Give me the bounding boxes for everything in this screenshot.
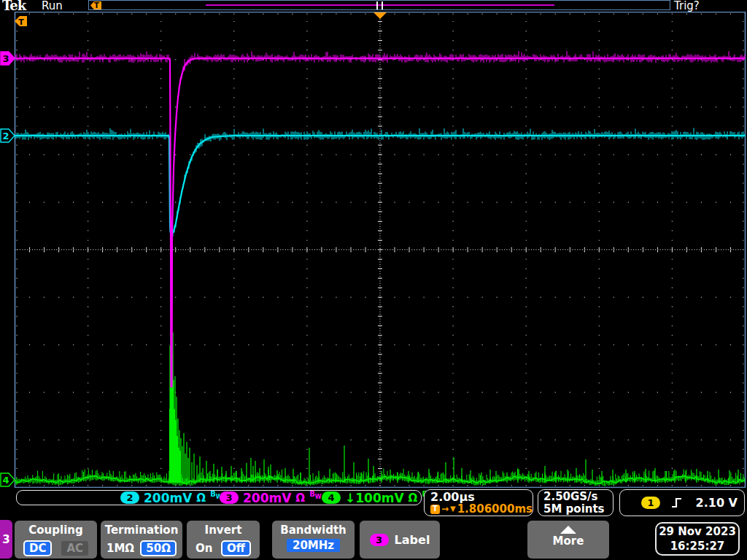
time: 16:25:27 bbox=[657, 539, 738, 553]
trigger-delay-readout: T → ▼ 1.806000ms bbox=[430, 503, 533, 515]
trigger-status: Trig? bbox=[674, 0, 700, 12]
trigger-delay-marker-icon: T bbox=[430, 505, 440, 514]
bandwidth-title: Bandwidth bbox=[272, 524, 355, 537]
coupling-dc-option[interactable]: DC bbox=[23, 540, 52, 556]
termination-1mohm-option[interactable]: 1MΩ bbox=[107, 542, 134, 555]
channel-readouts-box: 2 200mV Ω BW 3 200mV Ω BW 4 ↓100mV Ω BW bbox=[16, 490, 422, 505]
acquisition-status: Run bbox=[42, 0, 63, 12]
ch2-trace-noise bbox=[15, 128, 745, 237]
trigger-source-badge: 1 bbox=[641, 497, 660, 509]
label-channel-badge: 3 bbox=[370, 534, 389, 546]
channel-4-marker-label: 4 bbox=[2, 475, 9, 486]
trigger-level: 2.10 V bbox=[696, 496, 738, 510]
termination-50ohm-option[interactable]: 50Ω bbox=[140, 540, 177, 556]
label-softkey[interactable]: 3 Label bbox=[360, 521, 440, 559]
bandwidth-value[interactable]: 20MHz bbox=[287, 539, 340, 552]
record-length: 5M points bbox=[543, 503, 613, 516]
delay-arrow-icon: → bbox=[441, 503, 449, 515]
date: 29 Nov 2023 bbox=[657, 524, 738, 539]
channel-4-impedance-icon: Ω bbox=[409, 491, 418, 505]
expansion-point-icon bbox=[374, 12, 387, 19]
ch4-trace-spikes bbox=[169, 300, 738, 483]
channel-2-marker-label: 2 bbox=[2, 131, 9, 141]
bandwidth-softkey[interactable]: Bandwidth 20MHz bbox=[272, 521, 355, 559]
termination-softkey[interactable]: Termination 1MΩ 50Ω bbox=[101, 521, 182, 559]
waveform-display: T324 bbox=[0, 12, 747, 488]
coupling-title: Coupling bbox=[15, 524, 97, 537]
coupling-softkey[interactable]: Coupling DC AC bbox=[15, 521, 97, 559]
invert-off-option[interactable]: Off bbox=[221, 540, 251, 556]
record-trigger-position-icon: T bbox=[90, 1, 101, 9]
invert-title: Invert bbox=[187, 524, 260, 537]
more-up-arrow-icon bbox=[560, 526, 576, 534]
softkey-menu-bar: 3 Coupling DC AC Termination 1MΩ 50Ω Inv… bbox=[0, 519, 747, 560]
top-status-bar: Tek Run T Trig? bbox=[0, 0, 747, 12]
invert-softkey[interactable]: Invert On Off bbox=[187, 521, 260, 559]
rising-edge-icon bbox=[671, 497, 682, 509]
wave-inspector-record-view: T bbox=[88, 0, 670, 10]
invert-on-option[interactable]: On bbox=[196, 542, 212, 555]
channel-3-scale: 200mV bbox=[243, 491, 291, 505]
label-title: Label bbox=[395, 533, 430, 547]
channel-2-readout: 2 200mV Ω BW bbox=[120, 491, 222, 505]
timebase-readout-box: 2.00µs T → ▼ 1.806000ms bbox=[424, 489, 533, 516]
channel-3-bandwidth-limit-icon: BW bbox=[309, 491, 321, 500]
channel-3-readout: 3 200mV Ω BW bbox=[220, 491, 322, 505]
datetime-box: 29 Nov 2023 16:25:27 bbox=[655, 522, 740, 556]
sample-rate: 2.50GS/s bbox=[543, 491, 613, 503]
readout-bar: 2 200mV Ω BW 3 200mV Ω BW 4 ↓100mV Ω BW … bbox=[0, 488, 747, 519]
channel-2-impedance-icon: Ω bbox=[196, 491, 206, 505]
channel-3-impedance-icon: Ω bbox=[295, 491, 305, 505]
channel-4-scale: ↓100mV bbox=[345, 491, 404, 505]
channel-4-badge: 4 bbox=[322, 491, 341, 504]
more-title: More bbox=[527, 534, 609, 548]
record-view-window-bracket-icon bbox=[376, 1, 383, 9]
channel-4-readout: 4 ↓100mV Ω BW bbox=[322, 491, 434, 505]
channel-3-marker-label: 3 bbox=[2, 53, 9, 64]
more-softkey[interactable]: More bbox=[527, 521, 609, 559]
channel-2-badge: 2 bbox=[120, 491, 139, 504]
channel-3-badge: 3 bbox=[220, 491, 239, 504]
graticule-center-axes bbox=[15, 12, 746, 488]
delay-value: 1.806000ms bbox=[457, 503, 533, 515]
channel-3-menu-tab: 3 bbox=[0, 520, 12, 559]
timebase-scale: 2.00µs bbox=[430, 491, 533, 503]
channel-2-scale: 200mV bbox=[144, 491, 192, 505]
trigger-position-flag-label: T bbox=[18, 18, 24, 27]
acquisition-readout-box: 2.50GS/s 5M points bbox=[538, 489, 614, 516]
trigger-readout-box: 1 2.10 V bbox=[619, 489, 745, 516]
termination-title: Termination bbox=[101, 524, 182, 537]
delay-triangle-icon: ▼ bbox=[450, 503, 456, 515]
coupling-ac-option[interactable]: AC bbox=[61, 541, 88, 556]
